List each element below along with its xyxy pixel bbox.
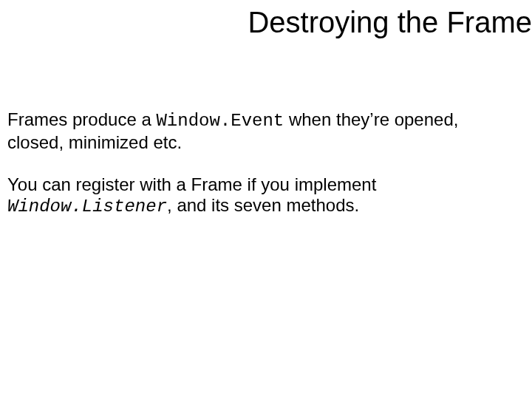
p1-code: Window.Event [156,111,284,131]
slide-body: Frames produce a Window.Event when they’… [7,109,502,239]
p2-text-a: You can register with a Frame if you imp… [7,174,376,194]
p2-code: Window.Listener [7,197,167,216]
slide-title: Destroying the Frame [248,6,532,39]
p1-text-a: Frames produce a [7,109,156,129]
p2-text-b: , and its seven methods. [167,195,359,215]
paragraph-2: You can register with a Frame if you imp… [7,174,502,219]
slide: Destroying the Frame Frames produce a Wi… [0,0,532,399]
paragraph-1: Frames produce a Window.Event when they’… [7,109,502,154]
